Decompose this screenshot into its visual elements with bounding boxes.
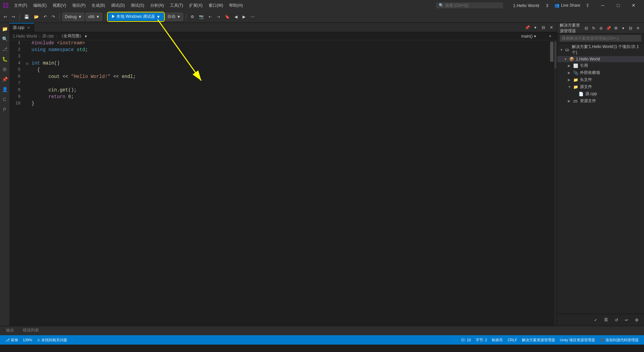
editor-dropdown-icon[interactable]: ▾ bbox=[532, 24, 539, 31]
breadcrumb-add-icon[interactable]: + bbox=[547, 33, 553, 40]
toolbar-btn-11[interactable]: ▶ bbox=[241, 13, 248, 21]
statusbar-col[interactable]: 字节: 2 bbox=[474, 338, 489, 343]
toolbar-btn-6[interactable]: 📷 bbox=[197, 13, 206, 21]
activity-user[interactable]: 👤 bbox=[1, 85, 9, 93]
activity-bar: 📁 🔍 ⎇ 🐛 ⊞ 📌 👤 C P bbox=[0, 23, 9, 326]
search-input[interactable] bbox=[445, 3, 495, 8]
panel-collapse-all[interactable]: ⊟ bbox=[583, 25, 590, 32]
tab-close-icon[interactable]: ✕ bbox=[26, 26, 31, 30]
panel-hide[interactable]: ▾ bbox=[620, 25, 627, 32]
statusbar-git[interactable]: ⎇ 装饰 bbox=[3, 335, 20, 345]
auto-dropdown[interactable]: 自动 ▼ bbox=[165, 13, 183, 21]
breadcrumb-file[interactable]: 源.cpp bbox=[42, 33, 54, 39]
activity-pin[interactable]: 📌 bbox=[1, 75, 9, 83]
tree-solution-root[interactable]: ▼ 🗂 解决方案'1.Hello World'(1 个项目/共 1 个) bbox=[557, 43, 644, 56]
solution-search[interactable] bbox=[557, 34, 644, 43]
activity-git[interactable]: ⎇ bbox=[1, 45, 9, 53]
close-button[interactable]: ✕ bbox=[626, 0, 641, 11]
live-share-button[interactable]: 👥 Live Share bbox=[551, 2, 584, 9]
menu-tools[interactable]: 工具(T) bbox=[167, 1, 186, 10]
menu-test[interactable]: 测试(S) bbox=[128, 1, 147, 10]
tree-source-cpp[interactable]: 📄 源.cpp bbox=[557, 90, 644, 97]
menu-build[interactable]: 生成(B) bbox=[89, 1, 108, 10]
menu-extensions[interactable]: 扩展(X) bbox=[186, 1, 205, 10]
menu-project[interactable]: 项目(P) bbox=[69, 1, 88, 10]
activity-explorer[interactable]: 📁 bbox=[1, 25, 9, 33]
share-icon[interactable]: ⇪ bbox=[586, 3, 590, 8]
editor-scrollbar[interactable] bbox=[549, 40, 554, 326]
tree-header-files[interactable]: ▶ 📁 头文件 bbox=[557, 76, 644, 83]
menu-help[interactable]: 帮助(H) bbox=[226, 1, 246, 10]
panel-filter[interactable]: ⊘ bbox=[598, 25, 604, 32]
statusbar-lineending[interactable]: CRLF bbox=[505, 338, 519, 342]
tree-source-files[interactable]: ▼ 📁 源文件 bbox=[557, 83, 644, 90]
toolbar-back[interactable]: ↩ bbox=[2, 13, 9, 21]
menu-analyze[interactable]: 分析(N) bbox=[148, 1, 167, 10]
tab-source-cpp[interactable]: 源.cpp ✕ bbox=[9, 23, 34, 32]
tree-references[interactable]: ▶ ⬜ 引用 bbox=[557, 62, 644, 69]
hdr-label: 头文件 bbox=[580, 77, 641, 83]
tree-external-deps[interactable]: ▶ 📎 外部依赖项 bbox=[557, 69, 644, 76]
editor-close-icon[interactable]: ✕ bbox=[548, 24, 555, 31]
line-content-6: cout << "Hello World!" << endl; bbox=[30, 74, 549, 81]
statusbar-encoding[interactable]: 制表符 bbox=[490, 338, 505, 343]
activity-prop[interactable]: P bbox=[1, 105, 9, 114]
toolbar-btn-7[interactable]: ⇠ bbox=[207, 13, 214, 21]
breadcrumb-scope[interactable]: （全局范围） ▾ bbox=[59, 33, 87, 39]
toolbar-btn-12[interactable]: ⋯ bbox=[249, 13, 256, 21]
minimize-button[interactable]: ─ bbox=[595, 0, 610, 11]
editor-split-icon[interactable]: ⊟ bbox=[540, 24, 547, 31]
run-button[interactable]: ▶ 本地 Windows 调试器 ▼ bbox=[108, 13, 164, 21]
menu-view[interactable]: 视图(V) bbox=[50, 1, 69, 10]
titlebar-search[interactable]: 🔍 bbox=[436, 2, 503, 8]
panel-pin[interactable]: 📌 bbox=[605, 25, 612, 32]
breadcrumb-project[interactable]: 1.Hello World bbox=[13, 34, 37, 39]
activity-debug2[interactable]: 🐛 bbox=[1, 55, 9, 63]
statusbar-errors[interactable]: ⚠ 未找到相关问题 bbox=[35, 335, 69, 345]
menu-edit[interactable]: 编辑(E) bbox=[31, 1, 49, 10]
breadcrumb-function[interactable]: main() ▾ bbox=[521, 34, 536, 39]
panel-bottom-settings2[interactable]: ⚙ bbox=[633, 317, 641, 323]
menu-debug[interactable]: 调试(D) bbox=[108, 1, 127, 10]
maximize-button[interactable]: □ bbox=[610, 0, 626, 11]
fold-4[interactable]: ⊟ bbox=[24, 60, 30, 67]
project-label: 1.Hello World bbox=[576, 57, 641, 61]
statusbar-sol-explorer[interactable]: 解决方案资源管理器 bbox=[520, 338, 557, 343]
panel-settings[interactable]: ⚙ bbox=[612, 25, 619, 32]
statusbar-zoom[interactable]: 139% bbox=[21, 335, 34, 345]
bottom-tab-errors[interactable]: 错误列表 bbox=[20, 326, 42, 335]
solution-search-input[interactable] bbox=[560, 35, 641, 42]
toolbar-redo[interactable]: ↷ bbox=[50, 13, 57, 21]
toolbar-forward[interactable]: ↪ bbox=[10, 13, 17, 21]
toolbar-save[interactable]: 💾 bbox=[22, 13, 31, 21]
tree-project[interactable]: ▼ 📦 1.Hello World bbox=[557, 56, 644, 62]
activity-extensions2[interactable]: ⊞ bbox=[1, 65, 9, 73]
statusbar-line[interactable]: 行: 10 bbox=[459, 338, 473, 343]
toolbar-btn-10[interactable]: ◀ bbox=[233, 13, 239, 21]
panel-bottom-icon-2[interactable]: ↺ bbox=[613, 317, 620, 323]
statusbar-unity[interactable]: Unity 项目资源管理器 bbox=[558, 338, 597, 343]
panel-bottom-icon-3[interactable]: ↩ bbox=[623, 317, 630, 323]
menu-file[interactable]: 文件(F) bbox=[11, 1, 30, 10]
panel-bottom-lang[interactable]: 英 bbox=[602, 316, 610, 324]
toolbar-btn-8[interactable]: ⇢ bbox=[215, 13, 222, 21]
panel-float[interactable]: ⊟ bbox=[627, 25, 634, 32]
statusbar-add-source[interactable]: ➕ 添加到源代码管理器 bbox=[598, 338, 641, 343]
debug-config-dropdown[interactable]: Debug ▼ bbox=[62, 13, 84, 21]
activity-class[interactable]: C bbox=[1, 95, 9, 103]
menu-window[interactable]: 窗口(W) bbox=[206, 1, 226, 10]
editor-pin-icon[interactable]: 📌 bbox=[524, 24, 531, 31]
notification-count[interactable]: 3 bbox=[546, 3, 548, 8]
toolbar-open[interactable]: 📂 bbox=[32, 13, 41, 21]
panel-refresh[interactable]: ↻ bbox=[590, 25, 597, 32]
toolbar-btn-9[interactable]: 🔖 bbox=[223, 13, 231, 21]
toolbar-undo[interactable]: ↶ bbox=[42, 13, 49, 21]
tree-resource-files[interactable]: ▶ 🗃 资源文件 bbox=[557, 97, 644, 104]
bottom-tab-output[interactable]: 输出 bbox=[3, 326, 17, 335]
activity-search2[interactable]: 🔍 bbox=[1, 35, 9, 43]
panel-bottom-icon-check[interactable]: ✓ bbox=[592, 317, 599, 323]
arch-dropdown[interactable]: x86 ▼ bbox=[86, 13, 102, 21]
code-editor[interactable]: 1 #include <iostream> 2 using namespace … bbox=[9, 40, 549, 326]
toolbar-btn-5[interactable]: ⚙ bbox=[189, 13, 196, 21]
panel-close[interactable]: ✕ bbox=[635, 25, 641, 32]
